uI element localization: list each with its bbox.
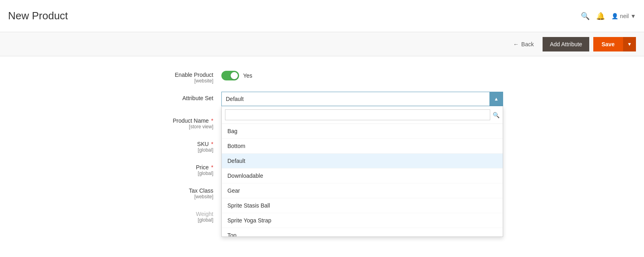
sku-sublabel: [global] xyxy=(141,147,213,153)
dropdown-option[interactable]: Bottom xyxy=(222,139,503,154)
arrow-left-icon: ← xyxy=(513,41,519,47)
dropdown-search-icon: 🔍 xyxy=(493,112,500,118)
price-label-group: Price * [global] xyxy=(141,161,221,176)
sku-label: SKU xyxy=(197,141,209,147)
main-content: Enable Product [website] Yes Attribute S… xyxy=(0,56,644,257)
attribute-set-row: Attribute Set Default ▲ 🔍 Bag xyxy=(141,92,503,106)
bell-icon[interactable]: 🔔 xyxy=(596,12,605,21)
dropdown-option[interactable]: Gear xyxy=(222,183,503,198)
save-dropdown-button[interactable]: ▼ xyxy=(623,37,636,51)
select-arrow-icon[interactable]: ▲ xyxy=(489,92,503,106)
enable-product-control: Yes xyxy=(221,68,503,80)
price-required: * xyxy=(211,164,213,171)
attribute-set-value: Default xyxy=(226,96,244,102)
enable-product-toggle[interactable] xyxy=(221,71,239,80)
toggle-yes-label: Yes xyxy=(243,72,252,79)
back-button[interactable]: ← Back xyxy=(508,38,539,51)
product-name-required: * xyxy=(211,117,213,124)
dropdown-search-bar: 🔍 xyxy=(222,106,503,124)
user-icon: 👤 xyxy=(611,13,618,19)
product-name-label-group: Product Name * [store view] xyxy=(141,114,221,130)
toggle-wrapper: Yes xyxy=(221,68,503,80)
attribute-set-label-group: Attribute Set xyxy=(141,92,221,101)
dropdown-option[interactable]: Top xyxy=(222,228,503,236)
attribute-set-control: Default ▲ 🔍 BagBottomDefaultDownloadable… xyxy=(221,92,503,106)
page-title: New Product xyxy=(8,10,68,22)
dropdown-search-input[interactable] xyxy=(225,109,490,120)
search-icon[interactable]: 🔍 xyxy=(581,12,590,21)
tax-class-label-group: Tax Class [website] xyxy=(141,184,221,199)
toggle-slider xyxy=(221,71,239,80)
attribute-set-dropdown: 🔍 BagBottomDefaultDownloadableGearSprite… xyxy=(221,106,503,237)
enable-product-label-group: Enable Product [website] xyxy=(141,68,221,84)
weight-sublabel: [global] xyxy=(141,217,213,223)
dropdown-option[interactable]: Default xyxy=(222,154,503,169)
enable-product-label: Enable Product xyxy=(175,72,213,78)
dropdown-option[interactable]: Sprite Yoga Strap xyxy=(222,213,503,228)
toolbar: ← Back Add Attribute Save ▼ xyxy=(0,32,644,56)
weight-label: Weight xyxy=(196,211,213,217)
chevron-down-icon: ▼ xyxy=(630,13,636,19)
price-label: Price xyxy=(196,164,209,171)
enable-product-sublabel: [website] xyxy=(141,78,213,84)
header-icons: 🔍 🔔 👤 neil ▼ xyxy=(581,12,636,21)
dropdown-option-list: BagBottomDefaultDownloadableGearSprite S… xyxy=(222,124,503,236)
price-sublabel: [global] xyxy=(141,171,213,176)
tax-class-label: Tax Class xyxy=(189,187,213,194)
user-menu[interactable]: 👤 neil ▼ xyxy=(611,13,636,19)
product-name-sublabel: [store view] xyxy=(141,124,213,130)
attribute-set-label: Attribute Set xyxy=(182,95,213,101)
attribute-set-select[interactable]: Default xyxy=(221,92,503,106)
form-section: Enable Product [website] Yes Attribute S… xyxy=(0,68,644,223)
save-button-group: Save ▼ xyxy=(593,37,636,51)
save-button[interactable]: Save xyxy=(593,37,623,51)
page-header: New Product 🔍 🔔 👤 neil ▼ xyxy=(0,0,644,32)
user-name: neil xyxy=(620,13,629,19)
dropdown-option[interactable]: Sprite Stasis Ball xyxy=(222,198,503,213)
attribute-set-select-wrapper: Default ▲ 🔍 BagBottomDefaultDownloadable… xyxy=(221,92,503,106)
dropdown-option[interactable]: Bag xyxy=(222,124,503,139)
dropdown-option[interactable]: Downloadable xyxy=(222,169,503,183)
enable-product-row: Enable Product [website] Yes xyxy=(141,68,503,84)
product-name-label: Product Name xyxy=(173,117,208,124)
weight-label-group: Weight [global] xyxy=(141,208,221,223)
add-attribute-button[interactable]: Add Attribute xyxy=(543,37,589,51)
sku-label-group: SKU * [global] xyxy=(141,138,221,153)
sku-required: * xyxy=(211,141,213,147)
tax-class-sublabel: [website] xyxy=(141,194,213,199)
